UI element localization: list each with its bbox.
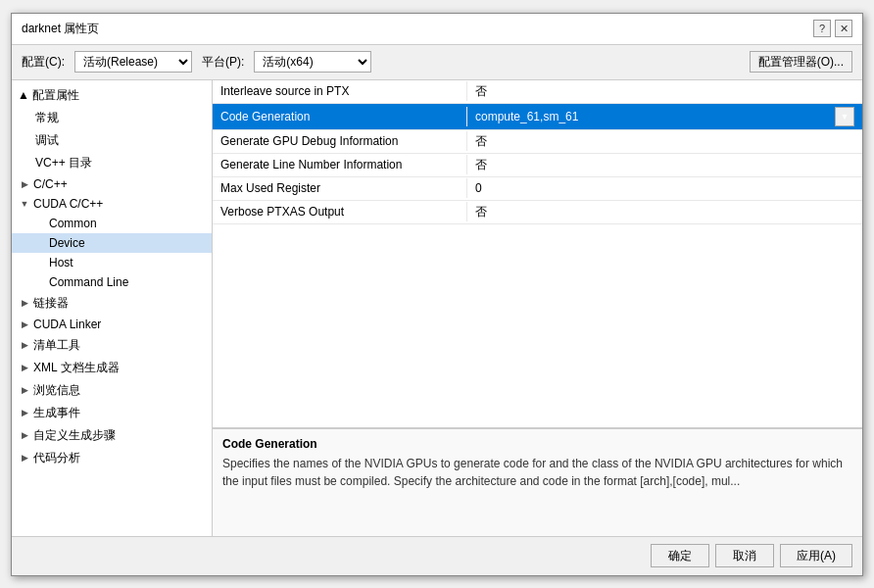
title-bar-buttons: ? ✕: [813, 20, 852, 37]
property-row[interactable]: Max Used Register0: [213, 177, 862, 201]
sidebar-group-label: 生成事件: [33, 405, 80, 421]
right-panel: Interleave source in PTX否Code Generation…: [213, 80, 862, 536]
description-title: Code Generation: [222, 437, 852, 451]
property-value-text: 否: [475, 83, 854, 100]
description-panel: Code Generation Specifies the names of t…: [213, 428, 862, 536]
description-text: Specifies the names of the NVIDIA GPUs t…: [222, 455, 852, 490]
sidebar-sub-item[interactable]: Device: [12, 233, 212, 253]
config-bar: 配置(C): 活动(Release) 平台(P): 活动(x64) 配置管理器(…: [12, 45, 862, 80]
sidebar-root[interactable]: ▲ 配置属性: [12, 84, 212, 107]
expand-icon: ▶: [18, 338, 31, 352]
sidebar-item[interactable]: 调试: [12, 129, 212, 152]
property-value: 0: [467, 178, 862, 198]
sidebar-group[interactable]: ▶XML 文档生成器: [12, 357, 212, 379]
sidebar-sub-item[interactable]: Common: [12, 214, 212, 233]
sidebar-group[interactable]: ▶链接器: [12, 292, 212, 315]
config-label: 配置(C):: [22, 54, 65, 71]
confirm-button[interactable]: 确定: [651, 544, 709, 567]
property-name: Generate Line Number Information: [213, 155, 467, 174]
sidebar-group[interactable]: ▶清单工具: [12, 334, 212, 357]
property-name: Max Used Register: [213, 178, 467, 198]
platform-label: 平台(P):: [202, 54, 244, 71]
sidebar-sub-item[interactable]: Command Line: [12, 272, 212, 292]
property-value-text: 否: [475, 157, 854, 173]
property-row[interactable]: Verbose PTXAS Output否: [213, 201, 862, 224]
sidebar-group-label: 链接器: [33, 295, 69, 312]
cancel-button[interactable]: 取消: [715, 544, 774, 567]
property-dropdown-button[interactable]: ▼: [835, 107, 854, 126]
bottom-bar: 确定 取消 应用(A): [12, 536, 862, 575]
expand-icon: ▶: [18, 318, 31, 331]
config-manager-button[interactable]: 配置管理器(O)...: [750, 51, 852, 73]
sidebar-group[interactable]: ▶C/C++: [12, 174, 212, 194]
expand-icon: ▶: [18, 296, 31, 310]
property-value: 否: [467, 130, 862, 153]
property-value-text: 0: [475, 181, 854, 195]
property-row[interactable]: Generate Line Number Information否: [213, 154, 862, 177]
sidebar-group-label: XML 文档生成器: [33, 360, 120, 376]
close-button[interactable]: ✕: [835, 20, 852, 37]
sidebar-group-label: C/C++: [33, 177, 68, 191]
sidebar-group-label: 自定义生成步骤: [33, 427, 116, 444]
expand-icon: ▼: [18, 197, 31, 211]
property-value: 否: [467, 154, 862, 176]
sidebar-item[interactable]: VC++ 目录: [12, 152, 212, 174]
sidebar-group[interactable]: ▶代码分析: [12, 447, 212, 469]
config-select[interactable]: 活动(Release): [74, 51, 192, 73]
property-value-text: 否: [475, 133, 854, 150]
property-value-text: compute_61,sm_61: [475, 110, 831, 123]
expand-icon: ▶: [18, 406, 31, 419]
sidebar-group[interactable]: ▶CUDA Linker: [12, 315, 212, 334]
property-row[interactable]: Interleave source in PTX否: [213, 80, 862, 104]
sidebar-group[interactable]: ▶自定义生成步骤: [12, 424, 212, 447]
property-name: Interleave source in PTX: [213, 81, 467, 101]
main-content: ▲ 配置属性 常规调试VC++ 目录▶C/C++▼CUDA C/C++Commo…: [12, 80, 862, 536]
property-row[interactable]: Code Generationcompute_61,sm_61▼: [213, 104, 862, 130]
property-name: Generate GPU Debug Information: [213, 131, 467, 151]
sidebar-group-label: 浏览信息: [33, 382, 80, 399]
property-name: Code Generation: [213, 107, 467, 126]
property-value-text: 否: [475, 204, 854, 220]
dialog: darknet 属性页 ? ✕ 配置(C): 活动(Release) 平台(P)…: [11, 13, 863, 576]
property-value: 否: [467, 201, 862, 223]
dialog-title: darknet 属性页: [22, 21, 99, 37]
sidebar: ▲ 配置属性 常规调试VC++ 目录▶C/C++▼CUDA C/C++Commo…: [12, 80, 213, 536]
property-row[interactable]: Generate GPU Debug Information否: [213, 130, 862, 154]
expand-icon: ▶: [18, 428, 31, 442]
expand-icon: ▶: [18, 177, 31, 191]
title-bar: darknet 属性页 ? ✕: [12, 14, 862, 45]
expand-icon: ▶: [18, 451, 31, 465]
root-label: ▲ 配置属性: [18, 87, 79, 104]
property-value: compute_61,sm_61▼: [467, 104, 862, 129]
sidebar-group-label: CUDA Linker: [33, 318, 101, 331]
sidebar-group-expanded[interactable]: ▼CUDA C/C++: [12, 194, 212, 214]
platform-select[interactable]: 活动(x64): [254, 51, 371, 73]
property-name: Verbose PTXAS Output: [213, 202, 467, 221]
apply-button[interactable]: 应用(A): [780, 544, 852, 567]
help-button[interactable]: ?: [813, 20, 831, 37]
sidebar-group-label: CUDA C/C++: [33, 197, 103, 211]
sidebar-sub-item[interactable]: Host: [12, 253, 212, 272]
sidebar-group[interactable]: ▶生成事件: [12, 402, 212, 424]
property-value: 否: [467, 80, 862, 103]
sidebar-item[interactable]: 常规: [12, 107, 212, 129]
expand-icon: ▶: [18, 383, 31, 397]
sidebar-group-label: 清单工具: [33, 337, 80, 354]
properties-table: Interleave source in PTX否Code Generation…: [213, 80, 862, 428]
expand-icon: ▶: [18, 361, 31, 374]
sidebar-group-label: 代码分析: [33, 450, 80, 466]
sidebar-group[interactable]: ▶浏览信息: [12, 379, 212, 402]
